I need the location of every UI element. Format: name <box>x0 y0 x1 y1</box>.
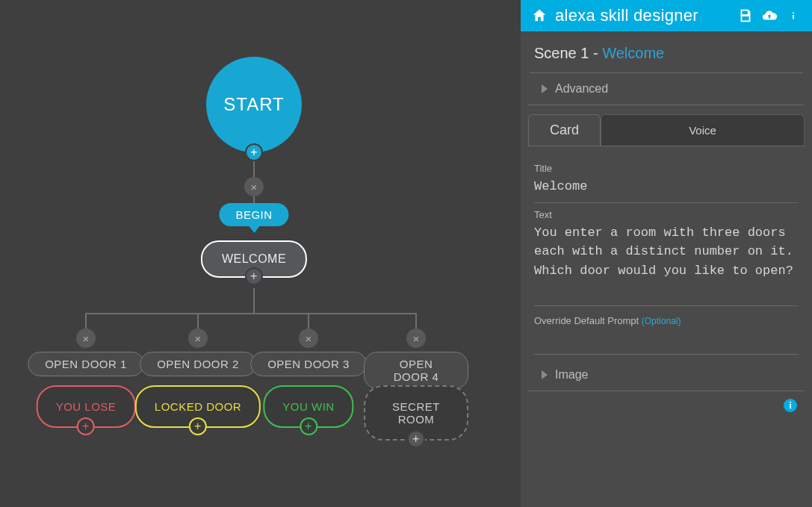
scene-name[interactable]: Welcome <box>602 45 664 61</box>
result-label: YOU WIN <box>282 400 334 413</box>
save-icon[interactable] <box>737 7 754 24</box>
text-field[interactable] <box>534 220 799 306</box>
option-label: OPEN DOOR 3 <box>250 352 367 376</box>
delete-begin[interactable]: × <box>244 177 264 196</box>
tabs: Card Voice <box>528 114 805 146</box>
begin-label: BEGIN <box>219 203 288 226</box>
title-field[interactable] <box>534 174 799 203</box>
chevron-down-icon <box>249 226 259 233</box>
image-label: Image <box>555 368 588 382</box>
delete-branch[interactable]: × <box>406 329 426 348</box>
close-icon[interactable]: × <box>76 329 96 348</box>
start-label: START <box>223 94 284 115</box>
result-label: LOCKED DOOR <box>155 400 241 413</box>
add-icon[interactable]: + <box>300 417 317 435</box>
scene-prefix: Scene 1 - <box>534 45 602 61</box>
image-accordion[interactable]: Image <box>528 359 805 391</box>
option-label: OPEN DOOR 1 <box>28 352 144 376</box>
close-icon[interactable]: × <box>406 329 426 348</box>
result-label: SECRET ROOM <box>392 400 440 426</box>
option-pill[interactable]: OPEN DOOR 1 <box>28 352 144 376</box>
start-circle: START <box>206 57 302 152</box>
delete-branch[interactable]: × <box>188 329 208 348</box>
option-pill[interactable]: OPEN DOOR 4 <box>364 352 468 389</box>
add-icon[interactable]: + <box>77 417 95 435</box>
panel-header: alexa skill designer <box>521 0 812 31</box>
info-icon[interactable] <box>785 7 802 24</box>
option-label: OPEN DOOR 2 <box>140 352 256 376</box>
add-icon[interactable]: + <box>407 430 425 448</box>
option-pill[interactable]: OPEN DOOR 3 <box>250 352 367 376</box>
tab-voice[interactable]: Voice <box>601 114 805 146</box>
begin-node[interactable]: BEGIN <box>219 203 288 226</box>
advanced-accordion[interactable]: Advanced <box>528 73 805 105</box>
close-icon[interactable]: × <box>188 329 208 348</box>
optional-hint: (Optional) <box>642 316 681 326</box>
advanced-label: Advanced <box>555 82 608 96</box>
app-title: alexa skill designer <box>555 6 730 25</box>
delete-branch[interactable]: × <box>299 329 318 348</box>
chevron-right-icon <box>542 370 548 379</box>
add-icon[interactable]: + <box>189 417 207 435</box>
chevron-right-icon <box>542 84 548 93</box>
result-box[interactable]: LOCKED DOOR+ <box>135 385 261 428</box>
info-badge-icon[interactable]: i <box>784 399 797 412</box>
flow-canvas[interactable]: START + × BEGIN WELCOME + ×OPEN DOOR 1YO… <box>0 0 521 507</box>
result-box[interactable]: YOU LOSE+ <box>37 385 136 428</box>
home-icon[interactable] <box>531 7 548 24</box>
result-box[interactable]: YOU WIN+ <box>263 385 353 428</box>
welcome-label: WELCOME <box>222 252 286 265</box>
delete-branch[interactable]: × <box>76 329 96 348</box>
add-icon[interactable]: + <box>245 267 263 285</box>
start-node[interactable]: START + <box>206 57 302 152</box>
override-label: Override Default Prompt (Optional) <box>534 315 799 326</box>
cloud-upload-icon[interactable] <box>761 7 778 24</box>
close-icon[interactable]: × <box>244 177 264 196</box>
welcome-scene[interactable]: WELCOME + <box>201 240 307 278</box>
option-label: OPEN DOOR 4 <box>364 352 468 389</box>
result-label: YOU LOSE <box>56 400 117 413</box>
text-label: Text <box>534 209 799 220</box>
scene-title: Scene 1 - Welcome <box>521 31 812 72</box>
option-pill[interactable]: OPEN DOOR 2 <box>140 352 256 376</box>
tab-card[interactable]: Card <box>528 114 601 146</box>
override-field[interactable] <box>534 326 799 355</box>
title-label: Title <box>534 163 799 174</box>
add-icon[interactable]: + <box>245 143 263 161</box>
card-form: Title Text Override Default Prompt (Opti… <box>528 146 805 359</box>
close-icon[interactable]: × <box>299 329 318 348</box>
properties-panel: alexa skill designer Scene 1 - Welcome A… <box>521 0 812 507</box>
result-box[interactable]: SECRET ROOM+ <box>364 385 468 441</box>
